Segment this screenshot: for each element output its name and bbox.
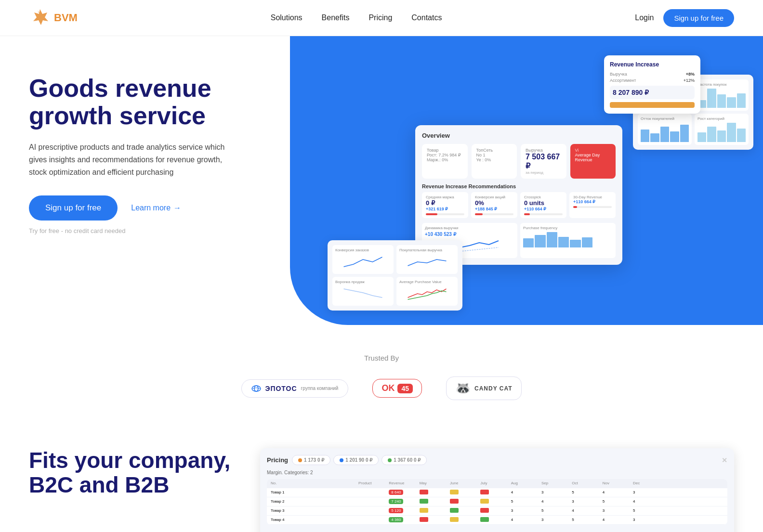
num-8: 3: [572, 499, 574, 504]
pricing-table: No. Product Revenue May June July Aug Se…: [267, 479, 727, 525]
revenue-panel-title: Revenue Increase: [610, 61, 695, 68]
th-revenue: Revenue: [389, 481, 418, 485]
table-header: No. Product Revenue May June July Aug Se…: [267, 479, 727, 488]
ptab-dot-2: [388, 458, 392, 462]
pricing-tabs: 1 173 0 ₽ 1 201 90 0 ₽ 1 367 60 0 ₽: [292, 455, 427, 465]
num-10: 4: [633, 499, 635, 504]
cell-pill-3: 5 120: [389, 508, 403, 513]
num-19: 4: [603, 518, 605, 522]
line-chart-1: Конверсия заказов: [332, 245, 394, 274]
cell-dot-r3: [480, 517, 489, 522]
navbar: BVM Solutions Benefits Pricing Contatcs …: [0, 0, 763, 36]
th-july: July: [480, 481, 510, 485]
cell-dot-y1: [420, 508, 428, 513]
line-chart-2: Покупательная выручка: [396, 245, 458, 274]
th-dec: Dec: [633, 481, 662, 485]
num-5: 3: [633, 490, 635, 494]
logo-icon: [29, 7, 51, 29]
learn-more-text: Learn more: [131, 204, 171, 212]
pbar-2: [535, 235, 545, 247]
table-row: Товар 1 8 640 4 3 5 4 3: [267, 488, 727, 497]
hero-learn-more-link[interactable]: Learn more →: [131, 204, 181, 212]
stat-card-alert: Vi Average Day Revenue: [570, 144, 616, 179]
pbar-1: [523, 238, 534, 247]
revenue-items: Выручка +8% Ассортимент +12%: [610, 72, 695, 83]
bottom-panel: Конверсия заказов Покупательная выручка …: [328, 240, 462, 311]
th-aug: Aug: [511, 481, 540, 485]
ok-number: 45: [397, 384, 413, 393]
logo-epotoc: ЭПОТОС группа компаний: [241, 379, 348, 398]
num-11: 3: [511, 508, 513, 513]
th-sep: Sep: [541, 481, 571, 485]
epotoc-sublabel: группа компаний: [301, 386, 339, 391]
num-2: 3: [541, 490, 543, 494]
ptab-0[interactable]: 1 173 0 ₽: [292, 455, 330, 465]
cell-dot-g1: [420, 499, 428, 504]
table-row: Товар 3 5 120 3 5 4 3 5: [267, 506, 727, 516]
stat-card-1: Товар Рост: 7.2% 984 ₽ Марж.: 0%: [422, 144, 468, 179]
bar-chart-4: Рост категорий: [695, 114, 749, 145]
epotoc-label: ЭПОТОС: [265, 385, 297, 392]
line-svg-3: [335, 284, 391, 301]
revenue-bar: [610, 102, 695, 108]
pbar-4: [558, 237, 569, 247]
logo-candycat: 🦝 CANDY CAT: [446, 376, 522, 400]
stat-card-revenue: Выручка 7 503 667 ₽ за период: [521, 144, 566, 179]
th-may: May: [420, 481, 449, 485]
ptab-label-0: 1 173 0 ₽: [304, 457, 324, 463]
table-row: Товар 4 4 360 4 3 5 4 3: [267, 516, 727, 525]
svg-point-0: [252, 386, 261, 391]
hero-section: Goods revenue growth service AI prescrip…: [0, 36, 763, 325]
hero-note: Try for free - no credit card needed: [29, 227, 241, 234]
hero-signup-button[interactable]: Sign up for free: [29, 195, 118, 221]
cell-pill-4: 4 360: [389, 517, 403, 522]
cell-dot-1: [420, 490, 428, 494]
rec-card-1: Конверсия акций 0% +188 845 ₽: [471, 192, 517, 218]
th-nov: Nov: [603, 481, 632, 485]
cell-pill-1: 8 640: [389, 490, 403, 495]
nav-solutions[interactable]: Solutions: [271, 13, 303, 22]
line-chart-4: Average Purchase Value: [396, 277, 458, 306]
svg-point-1: [254, 386, 258, 391]
rec-cards: Средняя маржа 0 ₽ +321 619 ₽ Конверсия а…: [422, 192, 616, 218]
cell-dot-3: [480, 490, 489, 494]
ptab-1[interactable]: 1 201 90 0 ₽: [333, 455, 379, 465]
logo-ok: OK 45: [372, 379, 422, 398]
section2-text: Fits your company, B2C and B2B: [29, 448, 231, 497]
line-svg-1: [335, 252, 391, 270]
num-7: 4: [541, 499, 543, 504]
signup-button[interactable]: Sign up for free: [663, 9, 734, 27]
epotoc-icon: [251, 384, 261, 393]
ptab-label-2: 1 367 60 0 ₽: [394, 457, 421, 463]
login-link[interactable]: Login: [635, 13, 654, 22]
purchase-chart: Purchase frequency: [520, 223, 616, 258]
nav-pricing[interactable]: Pricing: [368, 13, 392, 22]
line-svg-2: [399, 252, 455, 270]
logo[interactable]: BVM: [29, 7, 78, 29]
hero-content: Goods revenue growth service AI prescrip…: [0, 36, 270, 325]
ptab-dot-1: [340, 458, 343, 462]
cell-dot-g3: [480, 499, 489, 504]
section2-title: Fits your company, B2C and B2B: [29, 448, 231, 497]
logo-text: BVM: [54, 12, 78, 24]
th-extra1: [663, 481, 693, 485]
big-revenue: 7 503 667 ₽: [526, 153, 562, 170]
section2: Fits your company, B2C and B2B Pricing 1…: [0, 419, 763, 532]
trusted-logos: ЭПОТОС группа компаний OK 45 🦝 CANDY CAT: [29, 376, 734, 400]
num-17: 3: [541, 518, 543, 522]
table-row: Товар 2 7 240 5 4 3 5 4: [267, 497, 727, 506]
cell-pill-2: 7 240: [389, 499, 403, 504]
ptab-2[interactable]: 1 367 60 0 ₽: [382, 455, 427, 465]
th-product: Product: [358, 481, 388, 485]
num-18: 5: [572, 518, 574, 522]
close-icon[interactable]: ✕: [722, 456, 727, 464]
ptab-dot-0: [298, 458, 302, 462]
candycat-name: CANDY CAT: [474, 385, 513, 392]
nav-benefits[interactable]: Benefits: [322, 13, 350, 22]
num-4: 4: [603, 490, 605, 494]
num-20: 3: [633, 518, 635, 522]
nav-contacts[interactable]: Contatcs: [411, 13, 442, 22]
num-6: 5: [511, 499, 513, 504]
th-extra2: [694, 481, 724, 485]
cell-dot-r2: [450, 517, 459, 522]
